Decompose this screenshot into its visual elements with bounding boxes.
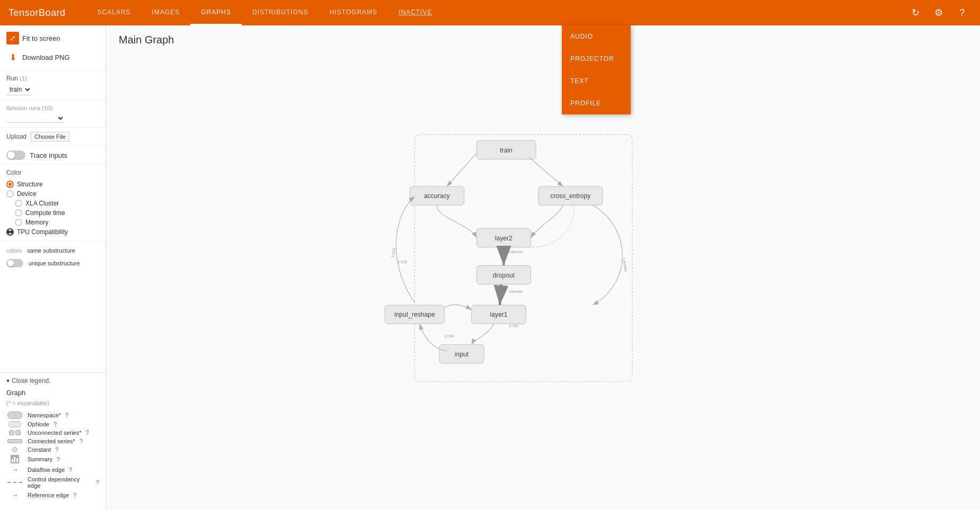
run-section: Run (1) train <box>0 70 105 100</box>
namespace-help[interactable]: ? <box>65 412 68 418</box>
trace-inputs-section: Trace inputs <box>0 146 105 164</box>
trace-inputs-label: Trace inputs <box>30 151 67 159</box>
node-layer1[interactable]: layer1 <box>490 311 507 318</box>
color-section: Color Structure Device XLA Cluster Compu… <box>0 164 105 241</box>
dropdown-text[interactable]: TEXT <box>562 70 631 92</box>
nav-distributions[interactable]: DISTRIBUTIONS <box>242 0 319 25</box>
connected-help[interactable]: ? <box>80 438 83 444</box>
upload-section: Upload Choose File <box>0 127 105 146</box>
summary-help[interactable]: ? <box>57 456 60 462</box>
legend-opnode: OpNode ? <box>6 420 99 428</box>
colors-text: colors <box>6 247 22 254</box>
color-compute[interactable]: Compute time <box>6 208 99 218</box>
namespace-icon <box>6 411 23 419</box>
color-memory[interactable]: Memory <box>6 218 99 227</box>
svg-text:1/784: 1/784 <box>508 324 518 328</box>
help-icon[interactable]: ? <box>952 3 972 22</box>
legend-connected: Connected series* ? <box>6 437 99 445</box>
run-dropdown[interactable]: train <box>6 84 32 95</box>
upload-label: Upload <box>6 133 27 140</box>
settings-icon[interactable]: ⚙ <box>929 3 948 22</box>
unconnected-help[interactable]: ? <box>86 430 89 436</box>
nav-scalars[interactable]: SCALARS <box>87 0 142 25</box>
node-train[interactable]: train <box>500 146 513 154</box>
nav-histograms[interactable]: HISTOGRAMS <box>319 0 388 25</box>
toggle-knob <box>7 151 15 159</box>
run-select: train <box>6 84 99 95</box>
download-icon: ⬇ <box>6 51 19 64</box>
node-dropout[interactable]: dropout <box>492 271 515 279</box>
unconnected-label: Unconnected series* <box>28 430 82 436</box>
node-input-reshape[interactable]: input_reshape <box>394 311 435 318</box>
control-dep-help[interactable]: ? <box>96 479 99 486</box>
nav-graphs[interactable]: GRAPHS <box>190 0 242 25</box>
session-label: Session runs (10) <box>6 104 99 112</box>
header: TensorBoard SCALARS IMAGES GRAPHS DISTRI… <box>0 0 980 25</box>
dataflow-help[interactable]: ? <box>69 467 72 473</box>
svg-text:1/154: 1/154 <box>390 247 396 258</box>
graph-svg[interactable]: train accuracy cross_entropy layer2 drop… <box>358 120 729 416</box>
svg-text:1/tensor: 1/tensor <box>621 257 629 273</box>
dropdown-audio[interactable]: AUDIO <box>562 25 631 48</box>
substructure-section: colors same substructure unique substruc… <box>0 241 105 273</box>
summary-icon <box>6 455 23 463</box>
session-dropdown[interactable] <box>6 114 65 123</box>
header-nav: SCALARS IMAGES GRAPHS DISTRIBUTIONS HIST… <box>87 0 906 25</box>
constant-help[interactable]: ? <box>55 446 58 453</box>
layout: ⤢ Fit to screen ⬇ Download PNG Run (1) t… <box>0 25 980 510</box>
node-layer2[interactable]: layer2 <box>495 234 512 241</box>
nav-images[interactable]: IMAGES <box>142 0 191 25</box>
summary-label: Summary <box>28 456 52 462</box>
color-tpu[interactable]: TPU Compatibility <box>6 227 99 237</box>
node-cross-entropy[interactable]: cross_entropy <box>550 192 591 200</box>
svg-line-14 <box>499 284 501 305</box>
legend-reference-edge: → Reference edge ? <box>6 490 99 500</box>
unique-substructure-row: unique substructure <box>6 257 99 269</box>
chevron-down-icon: ▾ <box>6 377 10 384</box>
nav-inactive[interactable]: INACTIVE <box>388 0 443 25</box>
color-xla[interactable]: XLA Cluster <box>6 199 99 208</box>
legend-toggle[interactable]: ▾ Close legend. <box>6 377 99 384</box>
connected-icon <box>6 439 23 443</box>
radio-tpu[interactable] <box>6 228 14 236</box>
unconnected-icon <box>6 430 23 435</box>
node-accuracy[interactable]: accuracy <box>424 192 450 200</box>
header-icons: ↻ ⚙ ? <box>906 3 972 22</box>
toggle-small-knob <box>7 260 14 266</box>
legend-constant: Constant ? <box>6 445 99 454</box>
opnode-help[interactable]: ? <box>54 421 57 427</box>
node-input[interactable]: input <box>454 351 469 358</box>
dropdown-profile[interactable]: PROFILE <box>562 92 631 114</box>
svg-text:1/tensor: 1/tensor <box>508 289 523 293</box>
legend-namespace: Namespace* ? <box>6 410 99 420</box>
radio-device[interactable] <box>6 190 14 198</box>
svg-text:1/150: 1/150 <box>397 259 407 264</box>
svg-line-12 <box>528 157 563 186</box>
connected-label: Connected series* <box>28 438 75 444</box>
reference-edge-label: Reference edge <box>28 492 69 498</box>
run-label: Run (1) <box>6 75 99 82</box>
download-png-row[interactable]: ⬇ Download PNG <box>6 49 99 66</box>
legend-summary: Summary ? <box>6 454 99 464</box>
legend-dataflow: → Dataflow edge ? <box>6 464 99 475</box>
graph-area[interactable]: train accuracy cross_entropy layer2 drop… <box>106 25 980 510</box>
color-structure[interactable]: Structure <box>6 180 99 189</box>
session-select <box>6 114 99 123</box>
trace-inputs-toggle[interactable] <box>6 150 25 160</box>
svg-text:1/tensor: 1/tensor <box>508 249 523 254</box>
radio-structure[interactable] <box>6 181 14 188</box>
legend-section: ▾ Close legend. Graph (* = expandable) N… <box>0 372 105 505</box>
refresh-icon[interactable]: ↻ <box>906 3 925 22</box>
color-device[interactable]: Device <box>6 189 99 199</box>
fit-to-screen-label: Fit to screen <box>22 34 60 42</box>
reference-edge-help[interactable]: ? <box>73 492 76 498</box>
constant-icon <box>6 447 23 452</box>
constant-label: Constant <box>28 446 51 453</box>
fit-to-screen-row[interactable]: ⤢ Fit to screen <box>6 30 99 47</box>
upload-button[interactable]: Choose File <box>31 132 69 141</box>
unique-substructure-toggle[interactable] <box>6 259 23 267</box>
dropdown-projector[interactable]: PROJECTOR <box>562 48 631 70</box>
radio-memory[interactable] <box>15 219 22 226</box>
radio-compute[interactable] <box>15 209 22 217</box>
radio-xla[interactable] <box>15 200 22 207</box>
